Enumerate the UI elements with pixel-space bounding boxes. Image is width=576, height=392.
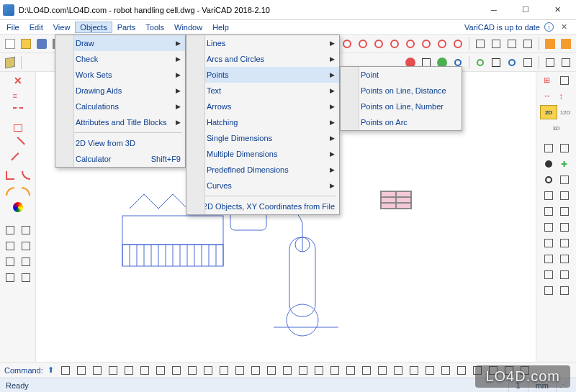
r-tool-4b[interactable] <box>557 141 572 155</box>
dim-5[interactable] <box>122 363 136 378</box>
pan-icon[interactable] <box>521 55 535 70</box>
left-tool-7b[interactable] <box>19 168 33 183</box>
left-tool-12b[interactable] <box>19 255 33 269</box>
tool-r1-j[interactable] <box>473 37 487 51</box>
left-tool-8a[interactable] <box>3 184 17 199</box>
draw-points[interactable]: Points▶ <box>186 67 339 83</box>
objects-check[interactable]: Check▶ <box>55 51 185 67</box>
dim-19[interactable] <box>343 363 358 378</box>
r-tool-10b[interactable] <box>557 236 572 250</box>
tool-r1-h[interactable] <box>435 37 449 51</box>
delete-icon[interactable]: ✕ <box>11 73 25 88</box>
draw-text[interactable]: Text▶ <box>186 83 339 99</box>
tool-r1-b[interactable] <box>340 37 354 51</box>
tool-r1-f[interactable] <box>403 37 418 51</box>
left-tool-6[interactable] <box>11 152 25 167</box>
mode-12d-button[interactable]: 12D <box>558 105 572 119</box>
r-tool-8a[interactable] <box>541 204 556 219</box>
objects-2d-from-3d[interactable]: 2D View from 3D <box>55 135 185 151</box>
objects-worksets[interactable]: Work Sets▶ <box>55 67 185 83</box>
mode-2d-button[interactable]: 2D <box>540 105 557 119</box>
left-tool-2[interactable]: ≡ <box>11 89 25 104</box>
tool-r1-l[interactable] <box>505 37 519 51</box>
r-tool-9a[interactable] <box>541 220 556 234</box>
dim-13[interactable] <box>248 363 263 378</box>
dim-21[interactable] <box>375 363 390 378</box>
tool-r1-i[interactable] <box>451 37 465 51</box>
left-tool-11a[interactable] <box>3 239 17 253</box>
tool-r1-d[interactable] <box>372 37 386 51</box>
draw-arcs[interactable]: Arcs and Circles▶ <box>186 51 339 67</box>
draw-curves[interactable]: Curves▶ <box>186 178 339 193</box>
draw-predefined-dim[interactable]: Predefined Dimensions▶ <box>186 162 339 178</box>
dim-1[interactable] <box>58 363 73 378</box>
dim-25[interactable] <box>438 363 453 378</box>
menu-objects[interactable]: Objects <box>75 22 112 33</box>
open-file-icon[interactable] <box>19 37 33 51</box>
r-tool-11a[interactable] <box>541 252 556 266</box>
dim-11[interactable] <box>217 363 231 378</box>
r-tool-10a[interactable] <box>541 236 556 250</box>
r-tool-12a[interactable] <box>541 268 556 282</box>
tool-r2-e[interactable] <box>543 55 557 70</box>
menu-file[interactable]: File <box>1 22 24 33</box>
tool-r1-n[interactable] <box>543 37 557 51</box>
left-tool-10a[interactable] <box>3 223 17 237</box>
tool-r1-o[interactable] <box>559 37 573 51</box>
left-tool-13a[interactable] <box>3 270 17 285</box>
dim-24[interactable] <box>423 363 437 378</box>
dim-17[interactable] <box>312 363 326 378</box>
dim-2[interactable] <box>74 363 89 378</box>
r-tool-4a[interactable] <box>541 141 556 155</box>
r-tool-6b[interactable] <box>557 173 572 187</box>
menu-edit[interactable]: Edit <box>24 22 48 33</box>
minimize-button[interactable]: ─ <box>478 0 510 20</box>
r-tool-9b[interactable] <box>557 220 572 234</box>
dim-12[interactable] <box>233 363 247 378</box>
tool-r1-g[interactable] <box>419 37 433 51</box>
objects-calculations[interactable]: Calculations▶ <box>55 99 185 114</box>
left-tool-4[interactable] <box>11 121 25 135</box>
dim-8[interactable] <box>169 363 184 378</box>
left-tool-10b[interactable] <box>19 223 33 237</box>
r-tool-2b[interactable]: ↕ <box>557 89 572 104</box>
info-icon[interactable]: i <box>544 22 554 32</box>
draw-multiple-dim[interactable]: Multiple Dimensions▶ <box>186 146 339 162</box>
menu-window[interactable]: Window <box>169 22 207 33</box>
tool-r2-f[interactable] <box>559 55 573 70</box>
r-tool-5a[interactable] <box>541 157 556 171</box>
r-tool-1a[interactable]: ⊞ <box>541 73 556 88</box>
r-tool-7b[interactable] <box>557 188 572 203</box>
r-tool-11b[interactable] <box>557 252 572 266</box>
r-tool-6a[interactable] <box>541 173 556 187</box>
draw-lines[interactable]: Lines▶ <box>186 35 339 51</box>
r-tool-12b[interactable] <box>557 268 572 282</box>
mdi-close-button[interactable]: ✕ <box>558 22 570 32</box>
objects-attributes[interactable]: Attributes and Title Blocks▶ <box>55 114 185 130</box>
dim-14[interactable] <box>264 363 279 378</box>
left-tool-7a[interactable] <box>3 168 17 183</box>
objects-draw[interactable]: Draw▶ <box>55 35 185 51</box>
draw-hatching[interactable]: Hatching▶ <box>186 114 339 130</box>
dim-20[interactable] <box>359 363 374 378</box>
dim-9[interactable] <box>185 363 199 378</box>
zoom-window-icon[interactable] <box>489 55 503 70</box>
dim-26[interactable] <box>454 363 469 378</box>
left-tool-8b[interactable] <box>19 184 33 199</box>
r-tool-1b[interactable] <box>557 73 572 88</box>
menu-help[interactable]: Help <box>207 22 234 33</box>
left-tool-12a[interactable] <box>3 255 17 269</box>
draw-arrows[interactable]: →Arrows▶ <box>186 99 339 114</box>
mode-3d-button[interactable]: 3D <box>549 121 564 135</box>
left-tool-13b[interactable] <box>19 270 33 285</box>
draw-2d-from-file[interactable]: 2D Objects, XY Coordinates from File <box>186 199 339 214</box>
objects-calculator[interactable]: CalculatorShift+F9 <box>55 151 185 167</box>
dim-22[interactable] <box>391 363 405 378</box>
dim-16[interactable] <box>296 363 310 378</box>
r-tool-13b[interactable] <box>557 283 572 298</box>
dim-4[interactable] <box>106 363 120 378</box>
maximize-button[interactable]: ☐ <box>510 0 541 20</box>
r-tool-13a[interactable] <box>541 283 556 298</box>
dim-15[interactable] <box>280 363 294 378</box>
dim-3[interactable] <box>90 363 104 378</box>
